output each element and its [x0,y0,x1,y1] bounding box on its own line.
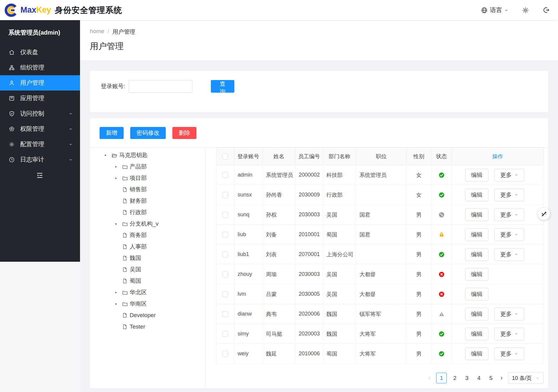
sidebar-item-access-control[interactable]: 访问控制 [0,106,80,121]
settings-button[interactable] [522,6,529,14]
cell-status [431,344,452,364]
tree-item[interactable]: 产品部 [90,161,205,172]
brand-key: Key [36,5,51,15]
row-checkbox[interactable] [222,351,228,357]
brand-max: Max [20,5,36,15]
row-checkbox[interactable] [222,172,228,178]
tree-item[interactable]: 华南区 [90,298,205,310]
page-size-select[interactable]: 10 条/页 [508,372,544,384]
query-button[interactable]: 查询 [211,80,234,93]
check-circle-icon [439,351,445,357]
tree-item[interactable]: 销售部 [90,184,205,195]
sidebar-item-audit-log[interactable]: 日志审计 [0,152,80,167]
column-department: 部门名称 [323,148,356,165]
language-menu[interactable]: 语言 [481,6,508,14]
table-row: lvm 吕蒙 2030005 吴国 大都督 男 编辑 [217,284,544,304]
menu-fold-button[interactable] [35,171,44,179]
caret-right-icon[interactable] [114,302,118,306]
row-checkbox[interactable] [222,252,228,258]
more-button[interactable]: 更多 [494,169,524,181]
page-number[interactable]: 2 [451,375,459,381]
sidebar-item-dashboard[interactable]: 仪表盘 [0,45,80,60]
row-checkbox[interactable] [222,232,228,238]
cell-employee-no: 2000002 [295,165,323,185]
row-checkbox[interactable] [222,311,228,317]
tree-item[interactable]: 蜀国 [90,275,205,287]
cell-gender: 男 [407,284,431,304]
caret-right-icon[interactable] [114,290,118,295]
tree-item[interactable]: 商务部 [90,230,205,241]
sidebar-item-applications[interactable]: 应用管理 [0,91,80,106]
more-button[interactable]: 更多 [494,328,524,340]
edit-button-label: 编辑 [471,310,482,318]
tree-item[interactable]: 魏国 [90,252,205,264]
page-number[interactable]: 4 [475,375,483,381]
edit-button-label: 编辑 [471,330,482,338]
more-button[interactable]: 更多 [494,347,524,360]
row-checkbox[interactable] [222,291,228,297]
sidebar-item-users[interactable]: 用户管理 [0,75,80,91]
prev-page-button[interactable] [427,376,432,381]
cell-name: 周瑜 [263,264,295,284]
cell-status [431,225,452,245]
more-button-label: 更多 [500,350,512,358]
tree-item[interactable]: 马克思钥匙 [90,150,205,161]
caret-down-icon[interactable] [103,153,108,158]
login-account-input[interactable] [129,80,193,93]
cell-name: 系统管理员 [263,165,295,185]
cell-department: 魏国 [323,304,356,324]
edit-button[interactable]: 编辑 [465,228,489,241]
edit-button[interactable]: 编辑 [465,268,489,281]
query-button-label: 查询 [220,81,226,95]
next-page-button[interactable] [499,376,504,381]
more-button[interactable]: 更多 [494,208,524,221]
edit-button[interactable]: 编辑 [465,308,489,320]
breadcrumb-home-link[interactable]: home [90,28,104,36]
theme-wand-button[interactable] [538,208,550,220]
modify-password-label: 密码修改 [137,130,159,136]
edit-button[interactable]: 编辑 [465,189,489,201]
row-checkbox[interactable] [222,212,228,218]
edit-button[interactable]: 编辑 [465,328,489,340]
tree-item[interactable]: 华北区 [90,287,205,298]
edit-button[interactable]: 编辑 [465,169,489,181]
sidebar-item-configuration[interactable]: 配置管理 [0,137,80,152]
sidebar-item-label: 应用管理 [20,94,44,102]
add-button[interactable]: 新增 [100,127,124,139]
cell-department: 蜀国 [323,344,356,364]
tree-item[interactable]: 分支机构_v [90,218,205,230]
cell-position: 国君 [356,225,407,245]
tree-item[interactable]: 行政部 [90,207,205,218]
cell-name: 司马懿 [263,324,295,344]
tree-item[interactable]: 项目部 [90,172,205,184]
edit-button[interactable]: 编辑 [465,288,489,301]
sidebar-item-organizations[interactable]: 组织管理 [0,60,80,75]
more-button[interactable]: 更多 [494,228,524,241]
sidebar-item-permissions[interactable]: 权限管理 [0,121,80,137]
select-all-checkbox[interactable] [222,153,228,159]
row-checkbox[interactable] [222,331,228,337]
logout-button[interactable] [543,6,550,14]
tree-item[interactable]: 吴国 [90,264,205,275]
caret-right-icon[interactable] [114,222,118,226]
more-button[interactable]: 更多 [494,189,524,201]
tree-item[interactable]: 人事部 [90,241,205,252]
modify-password-button[interactable]: 密码修改 [130,127,166,139]
more-button[interactable]: 更多 [494,248,524,261]
tree-item[interactable]: Developer [90,310,205,321]
cell-name: 典韦 [263,304,295,324]
edit-button[interactable]: 编辑 [465,208,489,221]
tree-item[interactable]: Tester [90,321,205,332]
tree-item[interactable]: 财务部 [90,195,205,207]
edit-button[interactable]: 编辑 [465,248,489,261]
page-number[interactable]: 5 [487,375,495,381]
caret-right-icon[interactable] [114,176,118,181]
page-number[interactable]: 1 [436,373,447,383]
row-checkbox[interactable] [222,192,228,198]
delete-button[interactable]: 删除 [172,127,196,139]
page-number[interactable]: 3 [463,375,471,381]
row-checkbox[interactable] [222,271,228,277]
caret-right-icon[interactable] [114,165,118,169]
more-button[interactable]: 更多 [494,308,524,320]
edit-button[interactable]: 编辑 [465,347,489,360]
